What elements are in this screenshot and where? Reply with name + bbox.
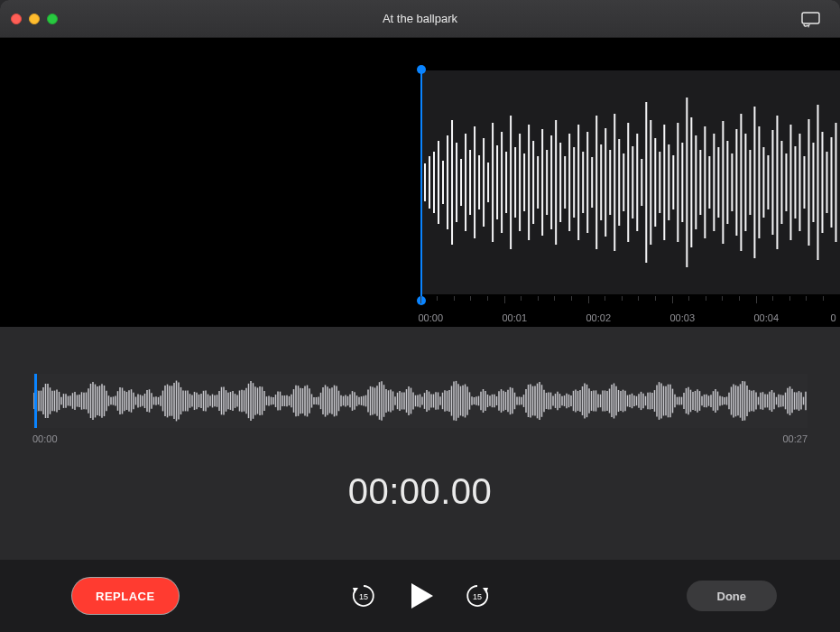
tick-minor [521,296,522,301]
skip-back-15-button[interactable]: 15 [350,582,377,609]
tick-minor [706,296,706,301]
waveform-graphic [420,70,841,294]
close-window-button[interactable] [11,14,22,24]
tick-minor [622,296,623,301]
play-icon [404,580,437,612]
tick-label: 00:00 [419,312,444,323]
current-time-display: 00:00.00 [0,471,840,512]
svg-text:15: 15 [358,592,367,601]
window-controls [11,14,58,24]
svg-marker-439 [411,583,433,609]
tick-major [756,296,757,303]
window-title: At the ballpark [383,12,457,25]
tick-major [504,296,505,303]
tick-label: 00:02 [586,312,612,323]
tick-minor [823,296,824,301]
trim-icon [800,10,822,28]
tick-minor [638,296,639,301]
overview-start-time: 00:00 [32,433,58,444]
replace-button[interactable]: REPLACE [72,578,179,614]
tick-minor [806,296,807,301]
tick-major [588,296,589,303]
svg-rect-0 [802,13,819,23]
overview-area: 00:00 00:27 [0,327,840,444]
tick-minor [437,296,438,301]
tick-label: 00:03 [670,312,696,323]
playback-controls: 15 15 [350,580,491,612]
overview-waveform[interactable] [32,374,808,428]
tick-minor [487,296,488,301]
skip-back-icon: 15 [350,582,377,609]
skip-forward-15-button[interactable]: 15 [464,582,491,609]
zoom-time-ruler: 00:0000:0100:0200:0300:040 [420,294,841,327]
tick-minor [470,296,471,301]
tick-minor [722,296,723,301]
overview-end-time: 00:27 [782,433,808,444]
tick-minor [554,296,555,301]
tick-minor [605,296,605,301]
svg-text:15: 15 [472,592,481,601]
zoom-window-button[interactable] [47,14,58,24]
done-button[interactable]: Done [687,581,778,611]
tick-minor [538,296,539,301]
skip-forward-icon: 15 [464,582,491,609]
overview-time-labels: 00:00 00:27 [32,433,808,444]
tick-minor [571,296,572,301]
tick-minor [772,296,773,301]
tick-minor [454,296,455,301]
play-button[interactable] [404,580,437,612]
tick-label: 0 [831,312,836,323]
zoomed-waveform[interactable] [420,70,841,294]
tick-minor [789,296,790,301]
titlebar: At the ballpark [0,0,840,38]
tick-minor [655,296,656,301]
tick-major [420,296,421,303]
trim-button[interactable] [793,6,829,32]
minimize-window-button[interactable] [29,14,40,24]
playhead-overview[interactable] [34,374,37,428]
svg-marker-1 [808,23,810,28]
tick-major [672,296,673,303]
tick-minor [688,296,689,301]
tick-minor [739,296,740,301]
zoomed-waveform-area: 00:0000:0100:0200:0300:040 [0,38,840,327]
tick-label: 00:04 [754,312,780,323]
overview-waveform-graphic [32,374,808,428]
tick-label: 00:01 [503,312,528,323]
controls-bar: REPLACE 15 15 Done [0,560,840,632]
